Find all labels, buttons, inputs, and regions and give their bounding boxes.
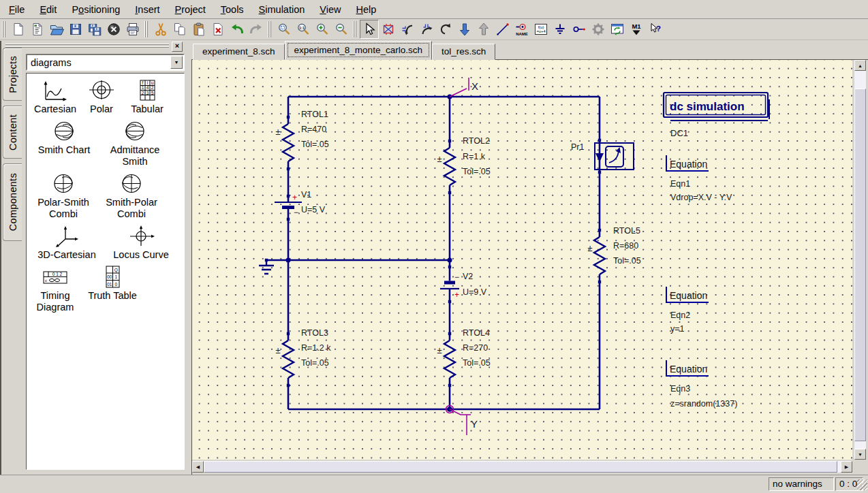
zoom-fit-button[interactable] (275, 20, 294, 39)
zoom-in-button[interactable] (313, 20, 332, 39)
palette-item-timing-diagram[interactable]: 0 1 2cTiming Diagram (29, 266, 81, 313)
minus-terminal: − (454, 272, 459, 282)
component-category-select[interactable]: diagrams ▼ (26, 54, 185, 71)
cut-button[interactable] (151, 20, 170, 39)
menu-file[interactable]: File (1, 1, 32, 18)
insert-ground-button[interactable] (551, 20, 570, 39)
copy-button[interactable] (170, 20, 189, 39)
save-document-button[interactable] (66, 20, 85, 39)
svg-text:R=1.2 k: R=1.2 k (301, 343, 331, 353)
palette-item-polar[interactable]: Polar (81, 79, 122, 115)
sidebar-tab-content[interactable]: Content (3, 106, 22, 159)
tabular-icon: fiu142235 (132, 79, 162, 102)
close-document-button[interactable] (104, 20, 123, 39)
resistor-rtol5[interactable]: ± RTOL5 R=680 Tol=.05 (587, 226, 640, 283)
mirror-x-axis-button[interactable] (398, 20, 417, 39)
svg-text:Tol=.05: Tol=.05 (463, 358, 491, 368)
h-scroll-thumb[interactable] (204, 461, 837, 473)
insert-port-button[interactable] (570, 20, 589, 39)
palette-item-cartesian[interactable]: Cartesian (29, 79, 81, 115)
v-scroll-up-button[interactable]: ▲ (854, 60, 866, 71)
toolbar-separator (144, 21, 148, 37)
new-text-document-button[interactable] (28, 20, 47, 39)
current-probe-pr1[interactable]: Pr1 (571, 139, 634, 174)
zoom-out-button[interactable] (332, 20, 351, 39)
menu-positioning[interactable]: Positioning (64, 1, 127, 18)
insert-wire-button[interactable] (493, 20, 512, 39)
sidebar-tab-components[interactable]: Components (3, 163, 22, 241)
h-scroll-left-button[interactable]: ◀ (192, 461, 204, 473)
pop-out-of-subcircuit-button[interactable] (474, 20, 493, 39)
svg-text:Pr1: Pr1 (571, 142, 585, 152)
menu-project[interactable]: Project (168, 1, 213, 18)
resistor-rtol3[interactable]: ± RTOL3 R=1.2 k Tol=.05 (275, 328, 331, 387)
h-scroll-right-button[interactable]: ▶ (841, 461, 852, 473)
equation-eqn2[interactable]: Equation Eqn2 y=1 (666, 287, 709, 334)
sidebar-tab-projects[interactable]: Projects (3, 48, 22, 101)
paste-button[interactable] (189, 20, 208, 39)
insert-wire-label-button[interactable]: NAME (512, 20, 531, 39)
document-tab-experiment_8_monte_carlo-sch[interactable]: experiment_8_monte_carlo.sch (285, 41, 432, 60)
whats-this-button[interactable]: ? (646, 20, 665, 39)
dock-close-button[interactable]: × (172, 42, 183, 52)
v-scroll-down-button[interactable]: ▼ (854, 449, 866, 460)
menu-edit[interactable]: Edit (32, 1, 64, 18)
undo-button[interactable] (228, 20, 247, 39)
node-label-x[interactable]: X (450, 78, 478, 97)
set-marker-button[interactable]: M1 (627, 20, 646, 39)
save-all-documents-button[interactable] (85, 20, 104, 39)
schematic-canvas[interactable]: ± RTOL1 R=470 Tol=.05 ± RTOL2 R=1 k Tol=… (192, 60, 852, 460)
horizontal-scrollbar[interactable]: ◀ ▶ (192, 461, 852, 473)
palette-item-tabular[interactable]: fiu142235Tabular (122, 79, 172, 115)
deactivate-component-button[interactable] (379, 20, 398, 39)
document-tab-bar: experiment_8.schexperiment_8_monte_carlo… (191, 41, 868, 60)
voltage-source-v1[interactable]: + − V1 U=5 V (275, 190, 326, 221)
view-data-display-button[interactable] (608, 20, 627, 39)
equation-eqn1[interactable]: Equation Eqn1 Vdrop=X.V - Y.V (666, 155, 732, 202)
menu-tools[interactable]: Tools (213, 1, 251, 18)
plus-terminal: + (454, 290, 459, 300)
delete-button[interactable] (208, 20, 228, 39)
mirror-y-axis-button[interactable] (417, 20, 436, 39)
svg-text:Eqn3: Eqn3 (670, 384, 690, 394)
document-tab-tol_res-sch[interactable]: tol_res.sch (432, 44, 495, 60)
select-icon (362, 22, 377, 37)
rotate-button[interactable] (436, 20, 455, 39)
voltage-source-v2[interactable]: − + V2 U=9 V (440, 266, 487, 303)
palette-item-polar-smith-combi[interactable]: Polar-Smith Combi (29, 172, 97, 220)
print-document-button[interactable] (123, 20, 142, 39)
palette-item-admittance-smith[interactable]: Admittance Smith (99, 120, 171, 168)
insert-equation-button[interactable]: f(u)=u+4 (531, 20, 551, 39)
zoom-1-1-icon: 1:1 (296, 22, 311, 37)
menu-insert[interactable]: Insert (127, 1, 167, 18)
palette-item-label: Locus Curve (113, 249, 168, 261)
palette-item-3d-cartesian[interactable]: 3D-Cartesian (29, 225, 104, 261)
schematic-frame: ± RTOL1 R=470 Tol=.05 ± RTOL2 R=1 k Tol=… (191, 59, 868, 475)
resistor-rtol4[interactable]: ± RTOL4 R=270 Tol=.05 (437, 328, 490, 387)
select-button[interactable] (360, 20, 379, 39)
v-scroll-thumb[interactable] (854, 89, 866, 441)
open-document-button[interactable] (47, 20, 66, 39)
zoom-1-1-button[interactable]: 1:1 (294, 20, 313, 39)
svg-text:V2: V2 (463, 272, 473, 281)
vertical-scrollbar[interactable]: ▲ ▼ (854, 60, 866, 460)
resistor-rtol1[interactable]: ± RTOL1 R=470 Tol=.05 (275, 110, 328, 170)
document-tab-experiment_8-sch[interactable]: experiment_8.sch (193, 44, 285, 60)
palette-item-smith-polar-combi[interactable]: Smith-Polar Combi (97, 172, 166, 220)
dock-handle[interactable] (5, 44, 169, 48)
menu-view[interactable]: View (312, 1, 348, 18)
palette-item-smith-chart[interactable]: Smith Chart (29, 120, 99, 156)
new-document-button[interactable] (9, 20, 28, 39)
resistor-rtol2[interactable]: ± RTOL2 R=1 k Tol=.05 (437, 136, 490, 194)
menu-help[interactable]: Help (349, 1, 384, 18)
redo-button[interactable] (247, 20, 266, 39)
resize-grip[interactable] (857, 479, 867, 490)
palette-item-truth-table[interactable]: Q001010Truth Table (81, 266, 144, 302)
palette-item-locus-curve[interactable]: Locus Curve (104, 225, 178, 261)
simulate-button[interactable] (589, 20, 608, 39)
combo-dropdown-arrow-icon[interactable]: ▼ (170, 56, 183, 69)
equation-eqn3[interactable]: Equation Eqn3 z=srandom(1337) (666, 360, 737, 409)
menu-simulation[interactable]: Simulation (251, 1, 313, 18)
dc-simulation-block[interactable]: dc simulation DC1 (664, 93, 769, 138)
push-into-subcircuit-button[interactable] (455, 20, 474, 39)
